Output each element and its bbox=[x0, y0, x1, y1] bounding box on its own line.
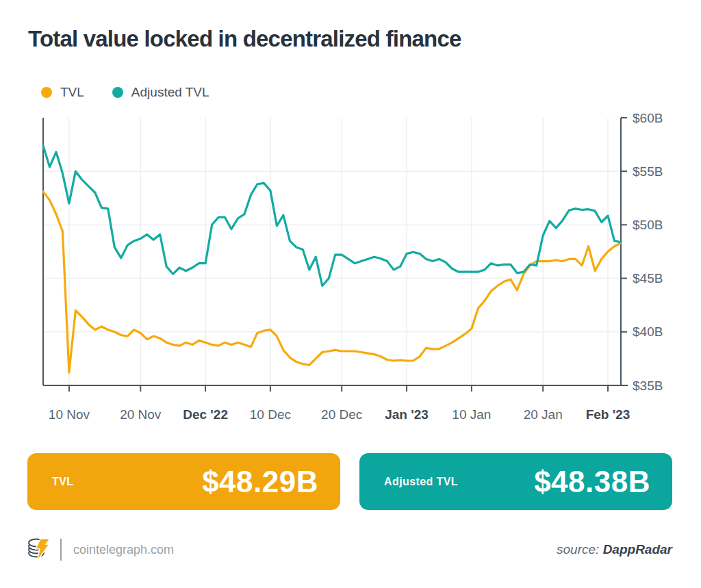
x-tick-label: 10 Jan bbox=[452, 407, 491, 422]
tvl-line-chart: 10 Nov20 NovDec '2210 Dec20 DecJan '2310… bbox=[0, 0, 701, 442]
tvl-card-label: TVL bbox=[52, 476, 73, 488]
x-tick-label: Feb '23 bbox=[586, 407, 630, 422]
x-tick-label: 20 Jan bbox=[524, 407, 563, 422]
tvl-summary-card: TVL $48.29B bbox=[27, 453, 340, 510]
cointelegraph-logo-icon bbox=[27, 537, 51, 563]
adjusted-tvl-card-label: Adjusted TVL bbox=[384, 476, 458, 488]
tvl-card-value: $48.29B bbox=[202, 465, 318, 499]
x-tick-label: 10 Dec bbox=[250, 407, 291, 422]
x-tick-label: Jan '23 bbox=[385, 407, 429, 422]
source-prefix: source: bbox=[557, 542, 599, 557]
adjusted-tvl-summary-card: Adjusted TVL $48.38B bbox=[359, 453, 672, 510]
source-attribution: source: DappRadar bbox=[557, 542, 672, 557]
source-name: DappRadar bbox=[603, 542, 672, 557]
y-tick-label: $55B bbox=[633, 164, 663, 179]
y-tick-label: $50B bbox=[633, 218, 663, 232]
x-tick-label: 20 Dec bbox=[321, 407, 362, 422]
y-tick-label: $60B bbox=[633, 111, 663, 125]
tvl-line bbox=[43, 192, 621, 372]
adjusted-tvl-card-value: $48.38B bbox=[534, 465, 650, 499]
y-tick-label: $45B bbox=[633, 271, 663, 285]
adjusted-tvl-line bbox=[43, 146, 621, 286]
x-tick-label: Dec '22 bbox=[183, 407, 228, 422]
tvl-infographic: Total value locked in decentralized fina… bbox=[0, 0, 701, 588]
x-tick-label: 10 Nov bbox=[49, 407, 90, 422]
footer-branding: cointelegraph.com bbox=[27, 537, 174, 563]
footer: cointelegraph.com source: DappRadar bbox=[0, 534, 701, 575]
y-tick-label: $35B bbox=[633, 379, 663, 393]
footer-divider bbox=[60, 539, 62, 561]
summary-cards: TVL $48.29B Adjusted TVL $48.38B bbox=[27, 453, 672, 510]
x-tick-label: 20 Nov bbox=[120, 407, 162, 422]
footer-site-text: cointelegraph.com bbox=[73, 543, 174, 557]
y-tick-label: $40B bbox=[633, 324, 663, 339]
